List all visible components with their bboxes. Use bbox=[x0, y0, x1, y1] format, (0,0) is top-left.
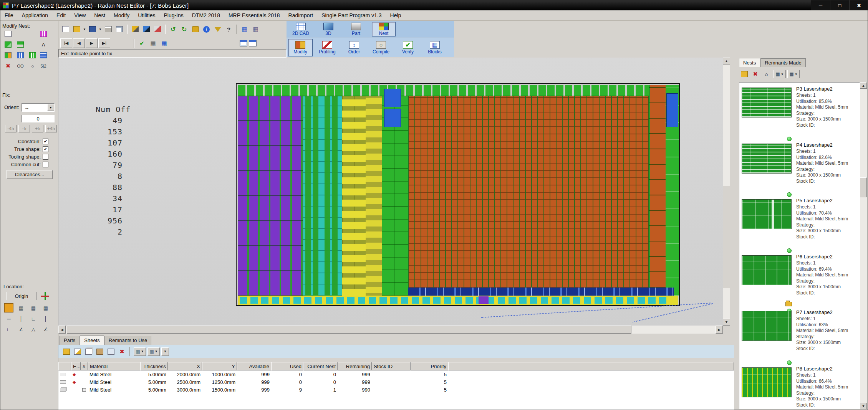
filter-icon[interactable] bbox=[212, 24, 223, 34]
cell-remaining[interactable]: 999 bbox=[338, 370, 372, 378]
rectangle-tool-icon[interactable] bbox=[3, 29, 13, 38]
menu-utilities[interactable]: Utilities bbox=[134, 11, 159, 20]
line-vertical-icon[interactable]: │ bbox=[17, 314, 26, 323]
vertical-scroll-thumb[interactable] bbox=[723, 186, 730, 288]
more-options-dropdown[interactable]: ▼ bbox=[161, 347, 169, 356]
cell-stock-id[interactable] bbox=[372, 370, 411, 378]
header-material[interactable]: Material bbox=[88, 362, 140, 370]
cell-thickness[interactable]: 5.00mm bbox=[140, 386, 168, 393]
rotate-circle-icon[interactable]: ○ bbox=[28, 61, 37, 71]
horizontal-scroll-thumb[interactable] bbox=[67, 326, 631, 334]
previous-nest-button[interactable]: ◀ bbox=[73, 38, 85, 48]
nest-view-dropdown[interactable]: ▦▼ bbox=[774, 70, 786, 78]
menu-help[interactable]: Help bbox=[386, 11, 406, 20]
cell-current-nest[interactable]: 1 bbox=[303, 386, 338, 393]
pencil-icon[interactable] bbox=[130, 24, 140, 34]
delete-nest-icon[interactable]: ✖ bbox=[750, 69, 760, 79]
header-thickness[interactable]: Thickness bbox=[140, 362, 168, 370]
location-grid-icon-1[interactable]: ▦ bbox=[17, 303, 26, 312]
tooling-shape-checkbox[interactable] bbox=[43, 154, 48, 160]
cell-thickness[interactable]: 5.00mm bbox=[140, 370, 168, 378]
canvas-vertical-scrollbar[interactable]: ▲ ▼ bbox=[723, 58, 730, 326]
header-stock-id[interactable]: Stock ID bbox=[372, 362, 411, 370]
sheet-grid-icon[interactable]: ▦ bbox=[159, 38, 169, 48]
help-icon[interactable]: ? bbox=[224, 24, 234, 34]
cell-current-nest[interactable]: 0 bbox=[303, 378, 338, 386]
cell-current-nest[interactable]: 0 bbox=[303, 370, 338, 378]
ratio-icon[interactable]: 5|2 bbox=[39, 61, 48, 71]
cell-material[interactable]: Mild Steel bbox=[88, 370, 140, 378]
tab-remnants-made[interactable]: Remnants Made bbox=[760, 58, 805, 67]
canvas-horizontal-scrollbar[interactable]: ◀ ▶ bbox=[58, 326, 723, 334]
mode-blocks-button[interactable]: ▦ Blocks bbox=[422, 39, 447, 56]
menu-edit[interactable]: Edit bbox=[52, 11, 70, 20]
nest-list-item-p3[interactable]: P3 Lasershape2 Sheets: 1 Utilisation: 85… bbox=[739, 84, 860, 137]
mode-order-button[interactable]: ↕ Order bbox=[342, 39, 366, 56]
lock-icon[interactable] bbox=[190, 24, 200, 34]
orient-select[interactable]: → ▼ bbox=[22, 103, 55, 112]
triangle-icon[interactable]: △ bbox=[29, 325, 38, 334]
mode-modify-button[interactable]: Modify bbox=[288, 39, 313, 56]
preview-icon[interactable] bbox=[114, 24, 124, 34]
cell-available[interactable]: 999 bbox=[237, 386, 271, 393]
orient-dropdown-icon[interactable]: ▼ bbox=[47, 104, 54, 111]
cell-remaining[interactable]: 999 bbox=[338, 378, 372, 386]
duplicate-sheet-icon[interactable] bbox=[106, 347, 116, 357]
cell-thickness[interactable]: 5.00mm bbox=[140, 378, 168, 386]
cell-x[interactable]: 2500.0mm bbox=[168, 378, 202, 386]
cell-x[interactable]: 2000.0mm bbox=[168, 370, 202, 378]
save-dropdown-icon[interactable]: ▼ bbox=[98, 24, 103, 34]
edit-sheet-icon[interactable] bbox=[72, 347, 83, 357]
menu-application[interactable]: Application bbox=[18, 11, 53, 20]
info-icon[interactable]: i bbox=[201, 24, 212, 34]
nest-list-item-p8[interactable]: P8 Lasershape2 Sheets: 1 Utilisation: 66… bbox=[739, 364, 860, 409]
header-x[interactable]: X bbox=[168, 362, 202, 370]
rotate-plus-5-button[interactable]: +5 bbox=[32, 125, 43, 132]
cell-y[interactable]: 1500.0mm bbox=[202, 386, 237, 393]
row-gutter[interactable] bbox=[58, 386, 71, 393]
add-sheet-icon[interactable] bbox=[61, 347, 71, 357]
location-grid-icon-2[interactable]: ▦ bbox=[29, 303, 38, 312]
text-tool-icon[interactable]: A bbox=[39, 40, 48, 49]
true-shape-checkbox[interactable]: ✔ bbox=[43, 146, 48, 152]
row-gutter[interactable] bbox=[58, 370, 71, 378]
menu-single-part[interactable]: Single Part Program v1.3 bbox=[317, 11, 386, 20]
cell-available[interactable]: 999 bbox=[237, 370, 271, 378]
grid-array-tool-icon[interactable] bbox=[16, 51, 25, 60]
redo-icon[interactable]: ↻ bbox=[179, 24, 189, 34]
header-priority[interactable]: Priority bbox=[411, 362, 448, 370]
cell-priority[interactable]: 5 bbox=[411, 386, 448, 393]
menu-dtm2[interactable]: DTM2 2018 bbox=[188, 11, 224, 20]
delete-part-icon[interactable]: ✖ bbox=[3, 61, 13, 71]
header-e[interactable]: E... bbox=[71, 362, 81, 370]
block-array-tool-icon[interactable] bbox=[28, 51, 37, 60]
columns-dropdown[interactable]: ▦▼ bbox=[147, 347, 160, 356]
locate-nest-icon[interactable]: ○ bbox=[761, 69, 772, 79]
nest-list-scrollbar[interactable]: ▲ ▼ bbox=[860, 82, 867, 409]
print-icon[interactable] bbox=[103, 24, 113, 34]
mode-nest-button[interactable]: Nest bbox=[372, 22, 396, 36]
cell-material[interactable]: Mild Steel bbox=[88, 386, 140, 393]
nest-sort-dropdown[interactable]: ▦▼ bbox=[787, 70, 800, 78]
nest-list-item-p7[interactable]: P7 Lasershape2 Sheets: 1 Utilisation: 63… bbox=[739, 307, 860, 361]
grid-settings-icon[interactable]: ▦ bbox=[148, 38, 158, 48]
paste-sheet-icon[interactable] bbox=[94, 347, 105, 357]
scroll-right-icon[interactable]: ▶ bbox=[716, 326, 723, 334]
header-current-nest[interactable]: Current Nest bbox=[303, 362, 338, 370]
copy-sheet-icon[interactable] bbox=[83, 347, 94, 357]
open-dropdown-icon[interactable]: ▼ bbox=[82, 24, 87, 34]
menu-radimport[interactable]: Radimport bbox=[284, 11, 318, 20]
angle-input[interactable]: 0 bbox=[22, 115, 55, 122]
header-available[interactable]: Available bbox=[237, 362, 271, 370]
nest-sheet[interactable] bbox=[236, 83, 680, 306]
save-icon[interactable] bbox=[87, 24, 98, 34]
cell-x[interactable]: 3000.0mm bbox=[168, 386, 202, 393]
mode-2d-cad-button[interactable]: 2D CAD bbox=[289, 22, 313, 36]
cell-material[interactable]: Mild Steel bbox=[88, 378, 140, 386]
cell-y[interactable]: 1250.0mm bbox=[202, 378, 237, 386]
pen-icon[interactable] bbox=[141, 24, 151, 34]
cell-priority[interactable]: 5 bbox=[411, 370, 448, 378]
tab-remnants-to-use[interactable]: Remnants to Use bbox=[104, 336, 151, 345]
next-nest-button[interactable]: ▶ bbox=[86, 38, 98, 48]
minimize-button[interactable]: ─ bbox=[811, 0, 830, 10]
